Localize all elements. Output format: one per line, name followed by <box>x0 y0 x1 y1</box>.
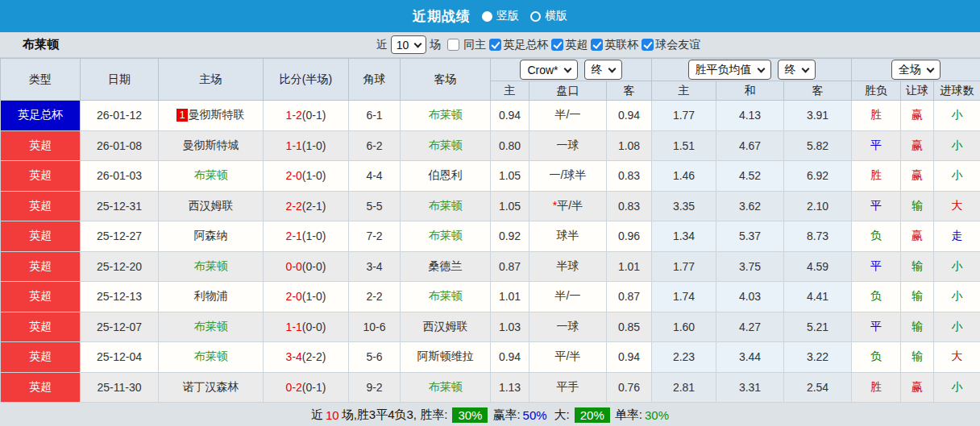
col-type: 类型 <box>1 59 81 101</box>
cell-away-team: 布莱顿 <box>401 101 491 131</box>
cell-handicap: 半/一 <box>529 282 607 312</box>
epl-checkbox[interactable] <box>551 39 563 51</box>
cell-mean-home: 1.77 <box>652 251 716 282</box>
cell-corner: 4-4 <box>349 161 401 192</box>
facup-checkbox[interactable] <box>489 39 501 51</box>
layout-option-horizontal-label: 横版 <box>545 9 567 23</box>
mean-time-value: 终 <box>785 63 796 77</box>
away-team-name: 桑德兰 <box>429 259 463 272</box>
cell-handicap-result: 赢 <box>901 101 934 131</box>
handicap-result-value: 赢 <box>911 108 923 121</box>
cell-result: 平 <box>852 191 901 221</box>
win-odds-label: 赢率: <box>492 407 520 423</box>
cell-mean-draw: 3.44 <box>716 342 784 373</box>
half-score: (0-1) <box>302 109 326 122</box>
result-value: 负 <box>870 289 882 302</box>
odds-company-select[interactable]: Crow* <box>520 60 577 80</box>
summary-text: 场,胜3平4负3, 胜率: <box>342 407 448 423</box>
competition-checkbox-eflcup[interactable]: 英联杯 <box>591 38 638 52</box>
table-row: 英超 26-01-03 布莱顿 2-0(1-0) 4-4 伯恩利 1.05 一/… <box>1 161 980 192</box>
competition-checkbox-epl[interactable]: 英超 <box>551 38 588 52</box>
cell-odds-home: 0.92 <box>491 221 529 252</box>
cell-odds-home: 1.05 <box>491 191 529 221</box>
cell-mean-draw: 4.13 <box>716 101 784 131</box>
results-table: 类型 日期 主场 比分(半场) 角球 客场 Crow* 终 <box>0 58 980 403</box>
friendly-checkbox[interactable] <box>642 39 654 51</box>
cell-mean-draw: 4.67 <box>716 130 784 161</box>
cell-score: 0-0(0-0) <box>264 251 349 282</box>
table-row: 英超 25-12-20 布莱顿 0-0(0-0) 3-4 桑德兰 0.87 半球… <box>1 251 980 282</box>
away-team-name: 阿斯顿维拉 <box>417 349 474 362</box>
cell-mean-away: 8.73 <box>784 221 852 252</box>
scope-select[interactable]: 全场 <box>891 60 941 80</box>
full-score: 1-1 <box>286 139 302 152</box>
radio-horizontal-icon[interactable] <box>530 11 541 22</box>
competition-checkbox-facup[interactable]: 英足总杯 <box>489 38 548 52</box>
goals-value: 小 <box>952 320 963 333</box>
goals-value: 大 <box>952 199 963 212</box>
same-home-checkbox-item[interactable]: 同主 <box>447 38 486 52</box>
cell-handicap-result: 输 <box>901 342 934 373</box>
result-value: 胜 <box>870 380 882 393</box>
handicap-result-value: 赢 <box>911 380 923 393</box>
home-team-name: 阿森纳 <box>194 229 228 242</box>
games-label: 场 <box>430 38 441 52</box>
cell-handicap: 平/半 <box>529 342 607 373</box>
eflcup-label: 英联杯 <box>604 38 638 52</box>
away-team-name: 布莱顿 <box>429 108 463 121</box>
half-score: (1-0) <box>302 290 326 303</box>
big-rate-badge: 20% <box>575 407 610 423</box>
goals-value: 小 <box>952 380 963 393</box>
eflcup-checkbox[interactable] <box>591 39 603 51</box>
home-team-name: 曼彻斯特联 <box>189 108 245 121</box>
away-team-name: 布莱顿 <box>429 199 463 212</box>
handicap-value: 平手 <box>557 380 579 393</box>
cell-goals: 小 <box>934 130 980 161</box>
cell-mean-home: 1.46 <box>652 161 716 192</box>
cell-mean-home: 1.74 <box>652 282 716 312</box>
odds-time-value: 终 <box>592 63 603 77</box>
cell-handicap-result: 赢 <box>901 372 934 403</box>
away-team-name: 伯恩利 <box>429 168 463 181</box>
cell-competition-type: 英超 <box>1 251 81 282</box>
filter-bar: 布莱顿 近 10 场 同主 英足总杯 英超 英联杯 球会友谊 <box>0 32 980 58</box>
cell-home-team: 曼彻斯特城 <box>159 130 264 161</box>
match-count-select[interactable]: 10 <box>391 35 427 54</box>
radio-vertical-icon[interactable] <box>482 11 492 22</box>
handicap-result-value: 赢 <box>911 139 923 151</box>
cell-score: 1-1(1-0) <box>264 130 349 161</box>
odds-company-value: Crow* <box>527 64 558 77</box>
cell-mean-away: 3.22 <box>784 342 852 373</box>
competition-checkbox-friendly[interactable]: 球会友谊 <box>642 38 700 52</box>
cell-date: 25-12-27 <box>81 221 159 252</box>
layout-option-horizontal[interactable]: 横版 <box>530 9 567 23</box>
col-mean-draw: 和 <box>716 81 784 101</box>
mean-time-select[interactable]: 终 <box>778 60 816 80</box>
cell-mean-draw: 4.27 <box>716 312 784 342</box>
table-row: 英超 25-12-07 布莱顿 1-1(0-0) 10-6 西汉姆联 1.03 … <box>1 312 980 342</box>
cell-goals: 小 <box>934 251 980 282</box>
cell-mean-away: 4.41 <box>784 282 852 312</box>
handicap-result-value: 赢 <box>911 168 923 181</box>
same-home-checkbox[interactable] <box>447 39 459 51</box>
col-odds-handicap: 盘口 <box>529 81 607 101</box>
col-goals: 进球数 <box>934 81 980 101</box>
layout-option-vertical[interactable]: 竖版 <box>482 9 519 23</box>
odds-time-select[interactable]: 终 <box>584 60 622 80</box>
odds-selects-cell: Crow* 终 <box>491 59 652 81</box>
full-score: 0-0 <box>286 260 302 273</box>
cell-away-team: 布莱顿 <box>401 130 491 161</box>
competition-type-badge: 英超 <box>29 349 52 362</box>
cell-mean-draw: 3.75 <box>716 251 784 282</box>
mean-type-select[interactable]: 胜平负均值 <box>688 60 771 80</box>
away-team-name: 西汉姆联 <box>423 320 468 333</box>
competition-type-badge: 英超 <box>29 168 52 181</box>
chevron-down-icon <box>757 64 765 72</box>
cell-mean-away: 5.21 <box>784 312 852 342</box>
handicap-value: 半球 <box>557 259 579 272</box>
cell-odds-away: 0.96 <box>607 221 652 252</box>
col-score: 比分(半场) <box>264 59 349 101</box>
handicap-value: 一球 <box>557 320 579 333</box>
cell-result: 平 <box>852 312 901 342</box>
result-value: 平 <box>870 199 882 212</box>
